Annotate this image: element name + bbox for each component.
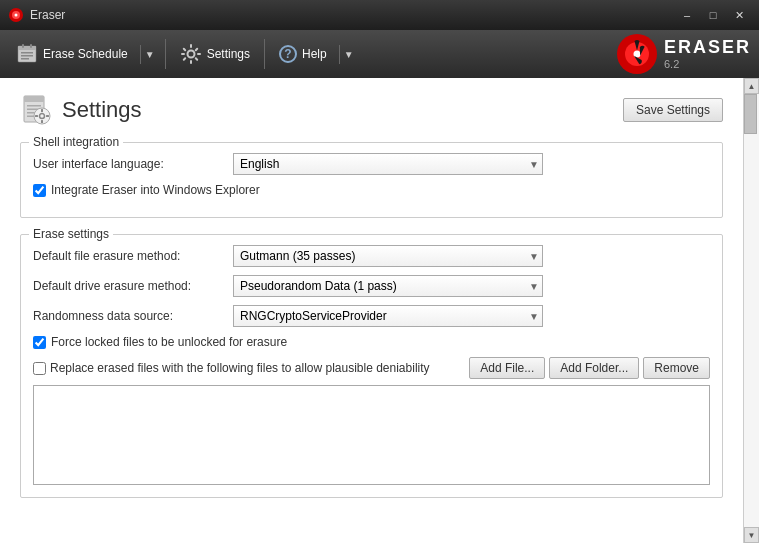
settings-title-area: Settings: [20, 94, 142, 126]
erase-schedule-dropdown[interactable]: ▼: [140, 45, 159, 64]
svg-point-2: [15, 14, 18, 17]
help-icon: ?: [279, 45, 297, 63]
svg-rect-17: [182, 57, 186, 61]
toolbar: Erase Schedule ▼ Settings ? Help: [0, 30, 759, 78]
svg-rect-6: [21, 55, 33, 57]
force-unlock-row: Force locked files to be unlocked for er…: [33, 335, 710, 349]
title-bar-left: Eraser: [8, 7, 65, 23]
deniability-file-list: [33, 385, 710, 485]
settings-toolbar-label: Settings: [207, 47, 250, 61]
svg-rect-18: [194, 57, 198, 61]
title-bar-controls: – □ ✕: [675, 5, 751, 25]
svg-rect-14: [197, 53, 201, 55]
toolbar-separator-2: [264, 39, 265, 69]
default-drive-label: Default drive erasure method:: [33, 279, 233, 293]
erase-settings-fieldset: Erase settings Default file erasure meth…: [20, 234, 723, 498]
settings-toolbar-button[interactable]: Settings: [172, 39, 258, 69]
settings-panel: Settings Save Settings Shell integration…: [0, 78, 743, 543]
help-dropdown[interactable]: ▼: [339, 45, 358, 64]
scrollbar: ▲ ▼: [743, 78, 759, 543]
randomness-select-wrapper: RNGCryptoServiceProvider ISAAC ▼: [233, 305, 543, 327]
settings-header: Settings Save Settings: [20, 94, 723, 126]
svg-rect-5: [21, 52, 33, 54]
erase-settings-title: Erase settings: [29, 227, 113, 241]
svg-rect-7: [21, 58, 29, 60]
minimize-button[interactable]: –: [675, 5, 699, 25]
svg-rect-32: [35, 115, 38, 117]
eraser-logo-version: 6.2: [664, 58, 751, 70]
svg-rect-33: [46, 115, 49, 117]
default-drive-select[interactable]: Gutmann (35 passes) Pseudorandom Data (1…: [233, 275, 543, 297]
default-file-row: Default file erasure method: Gutmann (35…: [33, 245, 710, 267]
save-settings-button[interactable]: Save Settings: [623, 98, 723, 122]
help-button[interactable]: ? Help: [271, 41, 335, 67]
settings-page-icon: [20, 94, 52, 126]
app-icon: [8, 7, 24, 23]
add-folder-button[interactable]: Add Folder...: [549, 357, 639, 379]
svg-rect-31: [41, 120, 43, 123]
erase-schedule-label: Erase Schedule: [43, 47, 128, 61]
deniability-row: Replace erased files with the following …: [33, 357, 710, 379]
default-drive-row: Default drive erasure method: Gutmann (3…: [33, 275, 710, 297]
settings-page-title: Settings: [62, 97, 142, 123]
maximize-button[interactable]: □: [701, 5, 725, 25]
deniability-checkbox[interactable]: [33, 362, 46, 375]
svg-rect-23: [24, 96, 44, 102]
erase-schedule-icon: [16, 43, 38, 65]
svg-rect-30: [41, 109, 43, 112]
default-file-select-wrapper: Gutmann (35 passes) DoD 5220.22-M (7 pas…: [233, 245, 543, 267]
toolbar-left: Erase Schedule ▼ Settings ? Help: [8, 39, 358, 69]
force-unlock-checkbox[interactable]: [33, 336, 46, 349]
add-file-button[interactable]: Add File...: [469, 357, 545, 379]
settings-toolbar-icon: [180, 43, 202, 65]
language-select[interactable]: English French German: [233, 153, 543, 175]
language-row: User interface language: English French …: [33, 153, 710, 175]
force-unlock-label[interactable]: Force locked files to be unlocked for er…: [51, 335, 287, 349]
erase-schedule-button[interactable]: Erase Schedule: [8, 39, 136, 69]
integrate-label[interactable]: Integrate Eraser into Windows Explorer: [51, 183, 260, 197]
shell-integration-section: Shell integration User interface languag…: [20, 142, 723, 218]
integrate-row: Integrate Eraser into Windows Explorer: [33, 183, 710, 197]
scroll-track: [744, 94, 759, 527]
svg-rect-4: [18, 46, 36, 50]
svg-rect-8: [22, 44, 24, 48]
svg-rect-15: [182, 47, 186, 51]
svg-rect-11: [190, 44, 192, 48]
svg-rect-16: [194, 47, 198, 51]
eraser-logo-text: ERASER: [664, 38, 751, 58]
deniability-label[interactable]: Replace erased files with the following …: [50, 361, 465, 375]
toolbar-separator-1: [165, 39, 166, 69]
language-label: User interface language:: [33, 157, 233, 171]
randomness-label: Randomness data source:: [33, 309, 233, 323]
scroll-down-arrow[interactable]: ▼: [744, 527, 759, 543]
svg-rect-13: [181, 53, 185, 55]
eraser-logo-icon: [616, 33, 658, 75]
shell-integration-title: Shell integration: [29, 135, 123, 149]
default-file-label: Default file erasure method:: [33, 249, 233, 263]
language-select-wrapper: English French German ▼: [233, 153, 543, 175]
eraser-logo: ERASER 6.2: [616, 33, 751, 75]
svg-rect-24: [27, 105, 41, 107]
shell-integration-fieldset: Shell integration User interface languag…: [20, 142, 723, 218]
remove-button[interactable]: Remove: [643, 357, 710, 379]
close-button[interactable]: ✕: [727, 5, 751, 25]
svg-rect-9: [30, 44, 32, 48]
svg-rect-12: [190, 60, 192, 64]
integrate-checkbox[interactable]: [33, 184, 46, 197]
scroll-thumb[interactable]: [744, 94, 757, 134]
title-bar: Eraser – □ ✕: [0, 0, 759, 30]
help-label: Help: [302, 47, 327, 61]
erase-settings-section: Erase settings Default file erasure meth…: [20, 234, 723, 498]
svg-point-10: [187, 51, 194, 58]
default-drive-select-wrapper: Gutmann (35 passes) Pseudorandom Data (1…: [233, 275, 543, 297]
window-title: Eraser: [30, 8, 65, 22]
scroll-up-arrow[interactable]: ▲: [744, 78, 759, 94]
randomness-row: Randomness data source: RNGCryptoService…: [33, 305, 710, 327]
randomness-select[interactable]: RNGCryptoServiceProvider ISAAC: [233, 305, 543, 327]
default-file-select[interactable]: Gutmann (35 passes) DoD 5220.22-M (7 pas…: [233, 245, 543, 267]
main-content: Settings Save Settings Shell integration…: [0, 78, 759, 543]
